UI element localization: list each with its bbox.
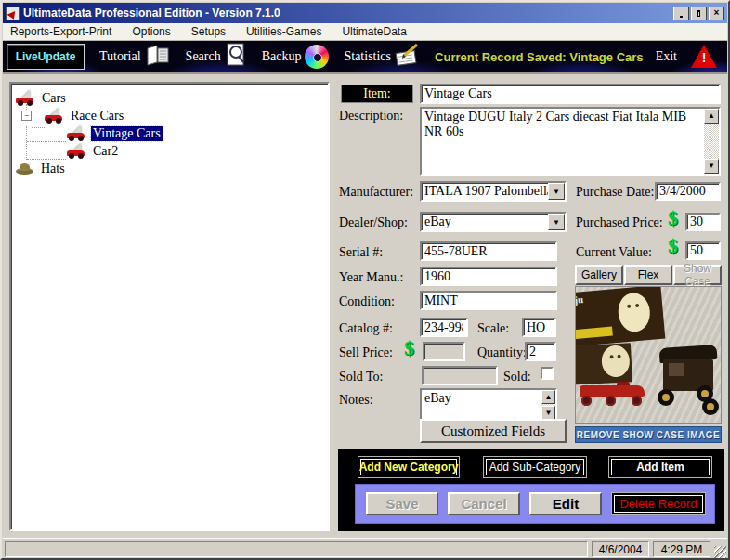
- photo-box: ju: [575, 286, 665, 346]
- condition-label: Condition:: [339, 294, 395, 309]
- tree-item-vintage-cars[interactable]: Vintage Cars: [11, 124, 328, 142]
- tree-item-race-cars[interactable]: − Race Cars: [11, 107, 328, 124]
- backup-cd-icon[interactable]: [305, 45, 329, 69]
- tab-flex[interactable]: Flex: [624, 265, 672, 285]
- notes-input[interactable]: eBay: [422, 390, 541, 420]
- scroll-down-icon[interactable]: ▼: [541, 406, 555, 420]
- description-scrollbar[interactable]: ▲ ▼: [704, 109, 719, 174]
- notes-scrollbar[interactable]: ▲ ▼: [541, 390, 555, 420]
- title-bar: UltimateData Professional Edition - Vers…: [3, 3, 727, 23]
- status-time: 4:29 PM: [653, 541, 710, 557]
- minimize-icon: [680, 16, 683, 18]
- quantity-label: Quantity:: [477, 345, 527, 360]
- statistics-button[interactable]: Statistics: [344, 49, 391, 64]
- customized-fields-button[interactable]: Customized Fields: [420, 419, 567, 443]
- status-date: 4/6/2004: [592, 541, 649, 557]
- search-magnifier-icon[interactable]: [225, 43, 247, 71]
- current-value-label: Current Value:: [576, 245, 652, 260]
- serial-label: Serial #:: [339, 245, 383, 260]
- chevron-down-icon[interactable]: ▼: [548, 183, 565, 200]
- maximize-icon: [697, 10, 700, 17]
- showcase-photo: ju: [575, 286, 722, 424]
- statistics-notepad-icon[interactable]: [395, 43, 423, 71]
- menu-reports-export-print[interactable]: Reports-Export-Print: [10, 25, 111, 38]
- close-button[interactable]: ×: [709, 7, 724, 20]
- scale-input[interactable]: [522, 318, 556, 337]
- maximize-button[interactable]: [691, 7, 707, 20]
- dealer-label: Dealer/Shop:: [339, 215, 408, 230]
- photo-box-text: ju: [575, 293, 584, 306]
- catalog-label: Catalog #:: [339, 321, 393, 336]
- search-button[interactable]: Search: [186, 49, 221, 64]
- manufacturer-dropdown[interactable]: ITALA 1907 Palombella ▼: [420, 181, 567, 202]
- photo-red-toy-car: [580, 382, 646, 406]
- tree-item-label[interactable]: Hats: [39, 162, 67, 176]
- purchase-date-input[interactable]: [655, 182, 721, 201]
- tree-item-label-selected[interactable]: Vintage Cars: [91, 126, 163, 141]
- year-label: Year Manu.:: [339, 270, 403, 285]
- purchased-price-label: Purchased Price:: [576, 215, 663, 230]
- catalog-input[interactable]: [420, 318, 468, 337]
- tutorial-button[interactable]: Tutorial: [99, 49, 141, 64]
- edit-button[interactable]: Edit: [529, 492, 602, 515]
- menu-utilities-games[interactable]: Utilities-Games: [246, 25, 321, 38]
- year-input[interactable]: [420, 267, 557, 286]
- app-window: UltimateData Professional Edition - Vers…: [0, 0, 730, 560]
- scroll-up-icon[interactable]: ▲: [704, 109, 719, 124]
- tree-item-label[interactable]: Cars: [40, 91, 68, 106]
- description-input[interactable]: Vintage DUGU Italy 2 Cars diecast Fiat I…: [422, 109, 704, 174]
- record-status-text: Current Record Saved: Vintage Cars: [423, 50, 656, 64]
- tutorial-book-icon[interactable]: [145, 44, 171, 70]
- serial-input[interactable]: [420, 241, 557, 261]
- scroll-down-icon[interactable]: ▼: [704, 159, 719, 174]
- close-icon: ×: [714, 8, 720, 18]
- dealer-dropdown[interactable]: eBay ▼: [420, 212, 567, 232]
- tab-gallery[interactable]: Gallery: [575, 265, 623, 285]
- manufacturer-value: ITALA 1907 Palombella: [422, 183, 548, 200]
- item-input[interactable]: [420, 84, 721, 104]
- owl-logo: [617, 292, 652, 333]
- photo-box-stripe: [575, 326, 613, 338]
- quantity-input[interactable]: [525, 342, 556, 361]
- add-new-category-button[interactable]: Add New Category: [358, 456, 460, 478]
- condition-input[interactable]: [420, 291, 557, 310]
- exit-button[interactable]: Exit: [656, 49, 677, 64]
- delete-record-button[interactable]: Delete Record: [611, 492, 706, 515]
- toolbar: LiveUpdate Tutorial Search Backup Statis…: [3, 41, 727, 74]
- car-icon: [16, 90, 34, 106]
- exit-warning-icon[interactable]: !: [690, 45, 718, 69]
- menu-options[interactable]: Options: [132, 25, 170, 38]
- dollar-icon: $: [668, 236, 678, 256]
- add-item-button[interactable]: Add Item: [608, 456, 712, 478]
- minimize-button[interactable]: [673, 7, 689, 20]
- purchased-price-input[interactable]: [685, 213, 721, 231]
- tree-item-label[interactable]: Car2: [91, 144, 120, 159]
- tree-item-car2[interactable]: Car2: [11, 142, 328, 160]
- current-value-input[interactable]: [685, 241, 721, 260]
- dealer-value: eBay: [422, 214, 548, 230]
- app-icon: [6, 7, 20, 20]
- photo-dark-toy-car: [656, 346, 722, 419]
- menu-ultimatedata[interactable]: UltimateData: [342, 25, 406, 38]
- car-icon: [67, 125, 85, 141]
- collapse-minus-icon[interactable]: −: [21, 111, 32, 121]
- menu-bar: Reports-Export-Print Options Setups Util…: [3, 23, 727, 41]
- notes-box: eBay ▲ ▼: [420, 388, 557, 422]
- warning-exclamation: !: [690, 50, 718, 65]
- tree-item-cars[interactable]: Cars: [11, 89, 328, 107]
- remove-show-case-image-button[interactable]: REMOVE SHOW CASE IMAGE: [575, 426, 722, 443]
- owl-logo: [601, 345, 631, 378]
- resize-grip[interactable]: [714, 546, 726, 558]
- backup-button[interactable]: Backup: [262, 49, 302, 64]
- sold-checkbox[interactable]: [541, 367, 554, 380]
- dollar-icon: $: [404, 338, 414, 358]
- sold-to-input: [422, 366, 498, 385]
- tree-item-label[interactable]: Race Cars: [69, 109, 125, 124]
- menu-setups[interactable]: Setups: [191, 25, 226, 38]
- chevron-down-icon[interactable]: ▼: [548, 214, 565, 230]
- sell-price-label: Sell Price:: [339, 345, 393, 360]
- tree-item-hats[interactable]: Hats: [11, 160, 328, 177]
- liveupdate-button[interactable]: LiveUpdate: [7, 44, 85, 70]
- add-sub-category-button[interactable]: Add Sub-Category: [483, 456, 587, 478]
- scroll-up-icon[interactable]: ▲: [541, 390, 555, 404]
